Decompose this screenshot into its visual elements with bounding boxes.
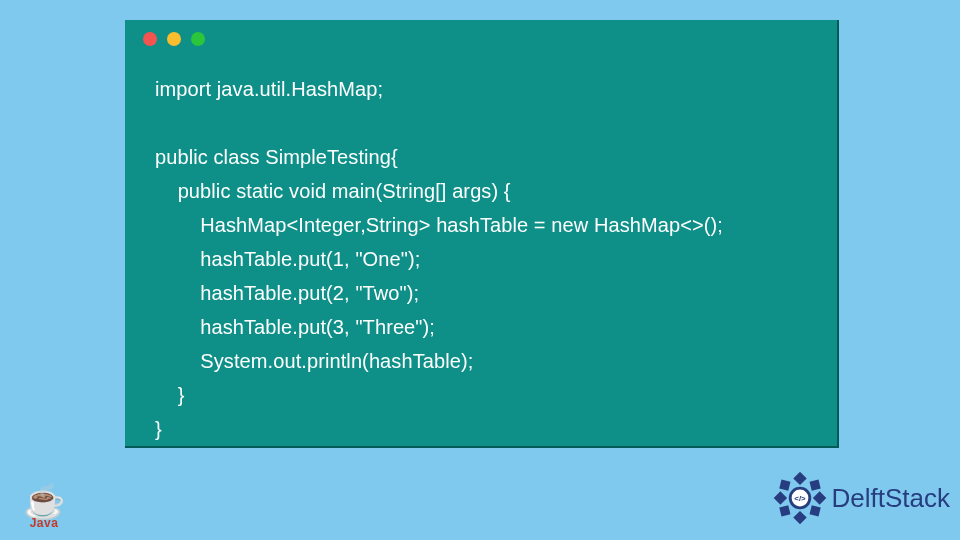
- svg-marker-1: [793, 511, 806, 524]
- svg-marker-2: [773, 491, 786, 504]
- svg-marker-4: [779, 480, 790, 491]
- window-titlebar: [125, 20, 837, 58]
- code-tag-icon: </>: [794, 494, 806, 503]
- java-cup-icon: ☕: [20, 486, 68, 516]
- brand-name: DelftStack: [832, 483, 951, 514]
- svg-marker-5: [809, 480, 820, 491]
- delftstack-emblem-icon: </>: [772, 470, 828, 526]
- close-icon: [143, 32, 157, 46]
- maximize-icon: [191, 32, 205, 46]
- java-logo: ☕ Java: [20, 486, 68, 530]
- svg-marker-7: [809, 505, 820, 516]
- svg-marker-3: [812, 491, 825, 504]
- svg-marker-6: [779, 505, 790, 516]
- minimize-icon: [167, 32, 181, 46]
- code-block: import java.util.HashMap; public class S…: [125, 58, 837, 466]
- code-panel: import java.util.HashMap; public class S…: [125, 20, 839, 448]
- brand: </> DelftStack: [772, 470, 951, 526]
- svg-marker-0: [793, 472, 806, 485]
